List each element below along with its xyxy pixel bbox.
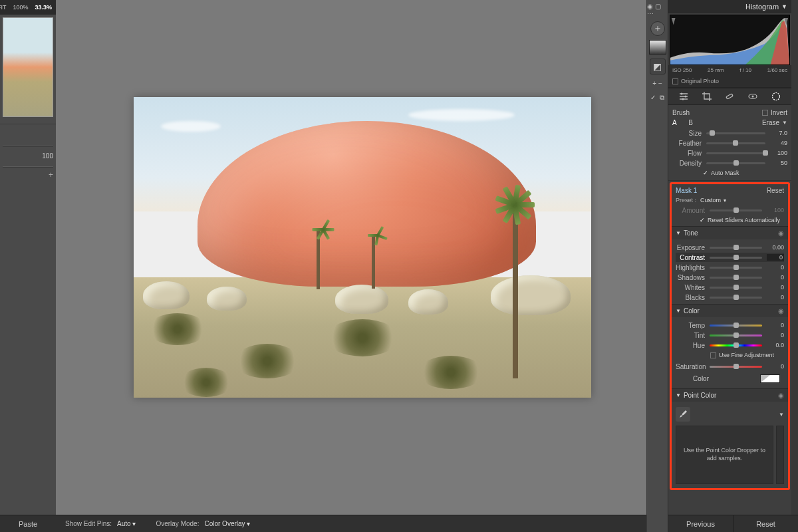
color-swatch-row[interactable]: Color (676, 372, 784, 387)
mask-tool-icon[interactable] (771, 91, 781, 102)
erase-button[interactable]: Erase▼ (762, 119, 787, 126)
preset-label: Preset : (676, 197, 696, 203)
histogram-header[interactable]: Histogram▼ (668, 0, 791, 13)
canvas-area[interactable] (56, 0, 646, 515)
preset-select[interactable]: Custom ▾ (700, 197, 726, 203)
add-collection-button[interactable]: + (0, 169, 56, 181)
svg-point-6 (772, 93, 779, 100)
color-panel-header[interactable]: ▼Color◉ (672, 304, 788, 317)
mask-toolstrip: ◉ ▢ ⋯ ＋ ◩ + − ✓ ⧉ (646, 0, 668, 532)
sliders-icon[interactable] (678, 91, 689, 102)
overlay-mode-select[interactable]: Color Overlay ▾ (204, 520, 250, 527)
highlights-slider[interactable]: Highlights0 (676, 263, 784, 272)
tint-slider[interactable]: Tint0 (676, 331, 784, 340)
contrast-slider[interactable]: Contrast0 (676, 253, 784, 262)
pointcolor-dropper-button[interactable] (676, 407, 690, 422)
density-slider[interactable]: Density50 (672, 158, 787, 168)
temp-slider[interactable]: Temp0 (676, 321, 784, 330)
meta-shutter: 1/60 sec (767, 67, 787, 73)
auto-reset-toggle[interactable]: ✓Reset Sliders Automatically (672, 215, 788, 226)
mask-adjustments-highlight: Mask 1 Reset Preset : Custom ▾ Amount100… (670, 182, 790, 490)
show-pins-select[interactable]: Auto ▾ (117, 520, 136, 527)
show-pins-label: Show Edit Pins: (65, 520, 112, 527)
app-root: FIT 100% 33.3% 100 + Paste (0, 0, 798, 532)
blacks-slider[interactable]: Blacks0 (676, 293, 784, 302)
pointcolor-hint: Use the Point Color Dropper to add sampl… (676, 426, 773, 484)
svg-point-0 (681, 93, 683, 95)
feather-slider[interactable]: Feather49 (672, 138, 787, 148)
automask-toggle[interactable]: ✓Auto Mask (672, 168, 787, 179)
color-visibility-icon[interactable]: ◉ (778, 307, 784, 315)
left-slider-value: 100 (0, 148, 56, 166)
svg-point-2 (682, 98, 684, 100)
zoom-100[interactable]: 100% (13, 4, 28, 11)
color-swatch[interactable] (760, 374, 780, 383)
right-scrollbar[interactable] (791, 0, 798, 515)
mask-name-label[interactable]: Mask 1 (676, 187, 697, 194)
toolstrip-clipboard-icon[interactable]: ⧉ (660, 94, 664, 102)
brush-title: Brush (672, 109, 690, 116)
paste-button[interactable]: Paste (0, 515, 56, 532)
saturation-slider[interactable]: Saturation0 (676, 362, 784, 371)
photo-preview (134, 97, 591, 398)
toolstrip-confirm-row: ✓ ⧉ (650, 94, 664, 102)
size-slider[interactable]: Size7.0 (672, 128, 787, 138)
zoom-fit[interactable]: FIT (0, 4, 6, 11)
mask-header: Mask 1 Reset (672, 184, 788, 196)
histogram-meta: ISO 250 25 mm f / 10 1/60 sec (668, 65, 791, 75)
mask-toggle-button[interactable]: ◩ (650, 59, 666, 74)
whites-slider[interactable]: Whites0 (676, 283, 784, 292)
right-panel: Histogram▼ ISO 250 25 mm f / 10 1/60 sec (668, 0, 798, 532)
previous-button[interactable]: Previous (668, 515, 733, 532)
fine-adjust-toggle[interactable]: Use Fine Adjustment (676, 350, 784, 361)
toolstrip-visibility-icons[interactable]: ◉ ▢ ⋯ (647, 3, 668, 17)
pointcolor-expand-icon[interactable]: ▼ (779, 412, 784, 418)
overlay-bar: Show Edit Pins: Auto ▾ Overlay Mode: Col… (56, 515, 646, 532)
mask-reset-button[interactable]: Reset (767, 187, 784, 194)
zoom-current[interactable]: 33.3% (35, 4, 52, 11)
color-section: Temp0 Tint0 Hue0.0 Use Fine Adjustment S… (672, 317, 788, 388)
left-panel: FIT 100% 33.3% 100 + Paste (0, 0, 56, 532)
meta-focal: 25 mm (708, 67, 724, 73)
pointcolor-visibility-icon[interactable]: ◉ (778, 392, 784, 399)
right-footer: Previous Reset (668, 515, 798, 532)
reset-button[interactable]: Reset (733, 515, 798, 532)
histogram[interactable] (670, 15, 790, 65)
right-side: ◉ ▢ ⋯ ＋ ◩ + − ✓ ⧉ Histogram▼ (646, 0, 798, 532)
crop-icon[interactable] (702, 91, 712, 102)
preset-row: Preset : Custom ▾ (672, 196, 788, 205)
hue-slider[interactable]: Hue0.0 (676, 340, 784, 350)
eye-tool-icon[interactable] (747, 91, 758, 102)
canvas-column: Show Edit Pins: Auto ▾ Overlay Mode: Col… (56, 0, 646, 532)
add-mask-button[interactable]: ＋ (650, 21, 665, 36)
tone-section: Exposure0.00 Contrast0 Highlights0 Shado… (672, 239, 788, 304)
pointcolor-section: ▼ Use the Point Color Dropper to add sam… (672, 402, 788, 488)
adjust-tool-row (668, 88, 791, 105)
meta-aperture: f / 10 (739, 67, 751, 73)
tone-visibility-icon[interactable]: ◉ (778, 229, 784, 237)
brush-ab-selector[interactable]: A B (672, 119, 693, 126)
shadows-slider[interactable]: Shadows0 (676, 273, 784, 282)
svg-point-1 (685, 96, 687, 98)
invert-toggle[interactable]: Invert (762, 109, 787, 116)
left-slider-track[interactable] (3, 146, 53, 147)
toolstrip-check-icon[interactable]: ✓ (650, 94, 656, 102)
svg-rect-3 (726, 94, 733, 99)
navigator-thumbnail[interactable] (3, 17, 53, 117)
toolstrip-mini-controls[interactable]: + − (652, 80, 662, 87)
heal-icon[interactable] (724, 91, 735, 102)
original-photo-row[interactable]: Original Photo (668, 75, 791, 88)
flow-slider[interactable]: Flow100 (672, 148, 787, 158)
tone-panel-header[interactable]: ▼Tone◉ (672, 226, 788, 239)
zoom-bar: FIT 100% 33.3% (0, 0, 56, 15)
mask-thumbnail[interactable] (649, 40, 666, 55)
svg-point-5 (752, 96, 754, 98)
pointcolor-panel-header[interactable]: ▼Point Color◉ (672, 388, 788, 402)
brush-section: Brush Invert A B Erase▼ Size7.0 Feather4… (668, 105, 791, 181)
overlay-mode-label: Overlay Mode: (156, 520, 199, 527)
pointcolor-side-slider[interactable] (776, 426, 784, 484)
amount-slider[interactable]: Amount100 (672, 205, 788, 215)
original-photo-checkbox[interactable] (672, 78, 678, 84)
meta-iso: ISO 250 (672, 67, 692, 73)
exposure-slider[interactable]: Exposure0.00 (676, 243, 784, 252)
